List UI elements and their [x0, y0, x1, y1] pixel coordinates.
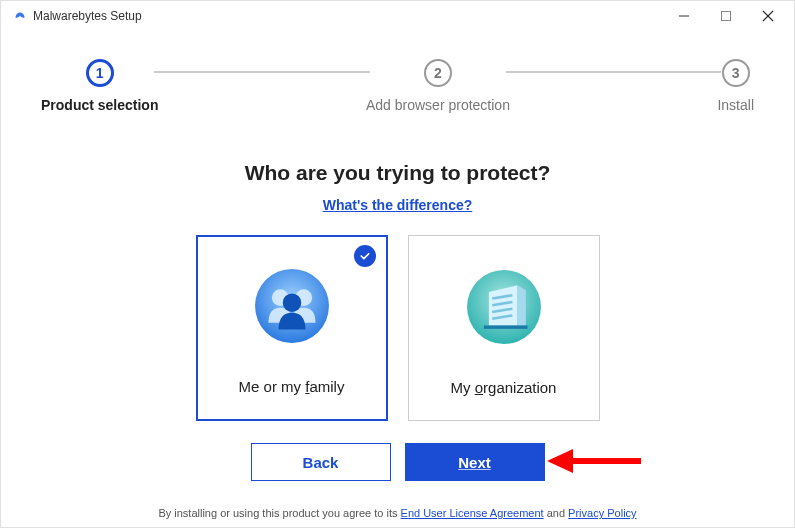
- title-left: Malwarebytes Setup: [13, 9, 142, 23]
- maximize-button[interactable]: [708, 4, 744, 28]
- eula-link[interactable]: End User License Agreement: [401, 507, 544, 519]
- step-label: Product selection: [41, 97, 158, 113]
- svg-rect-1: [722, 12, 731, 21]
- footer-text-mid: and: [544, 507, 568, 519]
- selected-check-icon: [354, 245, 376, 267]
- maximize-icon: [720, 10, 732, 22]
- window-controls: [666, 4, 786, 28]
- option-group: Me or my family My organization: [1, 235, 794, 421]
- option-label: Me or my family: [239, 378, 345, 395]
- step-connector: [506, 71, 722, 73]
- step-number: 3: [722, 59, 750, 87]
- titlebar: Malwarebytes Setup: [1, 1, 794, 31]
- next-button[interactable]: Next: [405, 443, 545, 481]
- svg-point-7: [282, 293, 300, 311]
- close-icon: [762, 10, 774, 22]
- privacy-link[interactable]: Privacy Policy: [568, 507, 636, 519]
- minimize-button[interactable]: [666, 4, 702, 28]
- back-button[interactable]: Back: [251, 443, 391, 481]
- step-label: Install: [717, 97, 754, 113]
- malwarebytes-logo-icon: [13, 9, 27, 23]
- step-install: 3 Install: [717, 59, 754, 113]
- minimize-icon: [678, 10, 690, 22]
- window-title: Malwarebytes Setup: [33, 9, 142, 23]
- step-label: Add browser protection: [366, 97, 510, 113]
- option-label: My organization: [451, 379, 557, 396]
- whats-the-difference-link[interactable]: What's the difference?: [1, 197, 794, 213]
- family-icon: [250, 264, 334, 348]
- organization-icon: [462, 265, 546, 349]
- step-connector: [154, 71, 370, 73]
- step-number: 2: [424, 59, 452, 87]
- step-browser-protection: 2 Add browser protection: [366, 59, 510, 113]
- step-number: 1: [86, 59, 114, 87]
- svg-rect-9: [483, 325, 527, 328]
- progress-stepper: 1 Product selection 2 Add browser protec…: [1, 59, 794, 113]
- footer-legal: By installing or using this product you …: [1, 507, 794, 519]
- action-row: Back Next: [1, 443, 794, 481]
- option-family[interactable]: Me or my family: [196, 235, 388, 421]
- close-button[interactable]: [750, 4, 786, 28]
- page-heading: Who are you trying to protect?: [1, 161, 794, 185]
- footer-text-prefix: By installing or using this product you …: [158, 507, 400, 519]
- step-product-selection: 1 Product selection: [41, 59, 158, 113]
- option-organization[interactable]: My organization: [408, 235, 600, 421]
